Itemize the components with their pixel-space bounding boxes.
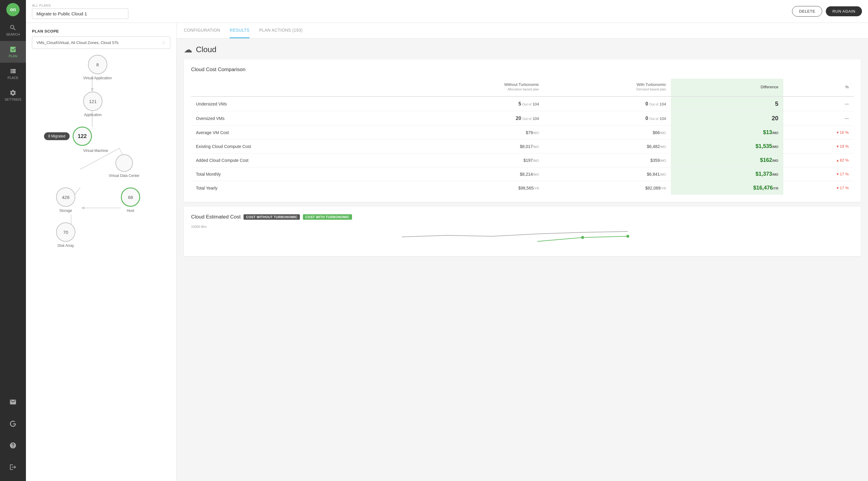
row-without: 5 Out of 104	[400, 96, 544, 111]
disk-array-circle: 70	[56, 222, 75, 242]
tabs: CONFIGURATION RESULTS PLAN ACTIONS (193)	[177, 23, 868, 39]
estimated-cost-title: Cloud Estimated Cost	[191, 214, 241, 220]
cloud-title: Cloud	[196, 45, 216, 54]
right-panel: CONFIGURATION RESULTS PLAN ACTIONS (193)…	[177, 23, 868, 481]
all-plans-label: ALL PLANS	[32, 4, 128, 7]
cost-comparison-title: Cloud Cost Comparison	[191, 67, 854, 73]
row-label: Total Monthly	[191, 167, 400, 181]
tab-configuration[interactable]: CONFIGURATION	[184, 23, 220, 38]
panel-content: ☁ Cloud Cloud Cost Comparison Without Tu…	[177, 39, 868, 267]
vdc-label: Virtual Data Center	[109, 173, 140, 178]
sidebar-item-mail[interactable]	[0, 391, 26, 413]
cost-chart	[191, 225, 854, 249]
row-label: Existing Cloud Compute Cost	[191, 139, 400, 153]
logo-icon: on	[6, 3, 20, 16]
col-header-pct: %	[783, 79, 854, 96]
table-row: Total Yearly$98,565/YR$82,089/YR$16,476/…	[191, 181, 854, 195]
node-vdc: Virtual Data Center	[109, 154, 140, 178]
cost-comparison-card: Cloud Cost Comparison Without Turbonomic…	[184, 59, 861, 202]
row-diff: $1,373/MO	[671, 167, 783, 181]
chart-y-label: 10000 $/m	[191, 225, 207, 228]
comparison-table: Without Turbonomic Allocation based plan…	[191, 79, 854, 195]
row-diff: 20	[671, 111, 783, 126]
vdc-circle	[116, 154, 133, 172]
delete-button[interactable]: DELETE	[792, 6, 822, 17]
cloud-header: ☁ Cloud	[184, 44, 861, 55]
favorite-icon[interactable]: ☆	[161, 40, 166, 45]
badge-without-turbonomic: COST WITHOUT TURBONOMIC	[244, 214, 300, 220]
table-row: Total Monthly$8,214/MO$6,841/MO$1,373/MO…	[191, 167, 854, 181]
row-diff: 5	[671, 96, 783, 111]
host-circle: 68	[121, 188, 140, 207]
col-header-diff: Difference	[671, 79, 783, 96]
row-label: Oversized VMs	[191, 111, 400, 126]
row-without: $98,565/YR	[400, 181, 544, 195]
logo: on	[0, 0, 26, 19]
col-header-without: Without Turbonomic Allocation based plan	[400, 79, 544, 96]
storage-circle: 428	[56, 188, 75, 207]
content-area: PLAN SCOPE VMs_Cloud\Virtual, All Cloud …	[26, 23, 868, 481]
application-circle: 121	[83, 92, 102, 111]
node-storage: 428 Storage	[56, 188, 75, 213]
chart-placeholder: 10000 $/m	[191, 225, 854, 249]
sidebar-item-settings[interactable]: SETTINGS	[0, 85, 26, 106]
row-pct: ▴ 82 %	[783, 153, 854, 167]
row-pct: ▾ 17 %	[783, 181, 854, 195]
row-pct: —	[783, 111, 854, 126]
tab-plan-actions[interactable]: PLAN ACTIONS (193)	[259, 23, 303, 38]
table-row: Average VM Cost$79/MO$66/MO$13/MO▾ 16 %	[191, 126, 854, 139]
row-with: 0 Out of 104	[544, 96, 671, 111]
sidebar-item-logout[interactable]	[0, 456, 26, 478]
sidebar-item-search[interactable]: SEARCH	[0, 19, 26, 41]
plan-scope-label: PLAN SCOPE	[32, 29, 170, 33]
main-content: ALL PLANS DELETE RUN AGAIN PLAN SCOPE VM…	[26, 0, 868, 481]
node-disk-array: 70 Disk Array	[56, 222, 75, 248]
sidebar-item-google[interactable]	[0, 413, 26, 435]
sidebar-item-help[interactable]	[0, 435, 26, 456]
table-row: Oversized VMs20 Out of 1040 Out of 10420…	[191, 111, 854, 126]
node-host: 68 Host	[121, 188, 140, 213]
sidebar-item-plan[interactable]: PLAN	[0, 41, 26, 63]
plan-icon	[9, 46, 17, 53]
vm-row: 8 Migrated 122	[44, 127, 92, 146]
scope-input[interactable]: VMs_Cloud\Virtual, All Cloud Zones, Clou…	[32, 36, 170, 49]
virtual-application-circle: 8	[88, 55, 107, 74]
row-with: $6,841/MO	[544, 167, 671, 181]
header-left: ALL PLANS	[32, 4, 128, 19]
tab-results[interactable]: RESULTS	[230, 23, 250, 38]
host-label: Host	[127, 209, 134, 213]
row-with: $82,089/YR	[544, 181, 671, 195]
col-header-with: With Turbonomic Demand based plan	[544, 79, 671, 96]
vm-label: Virtual Machine	[83, 148, 108, 153]
row-without: $79/MO	[400, 126, 544, 139]
sidebar-item-place[interactable]: PLACE	[0, 63, 26, 85]
sidebar-item-plan-label: PLAN	[9, 54, 18, 58]
graph-container: 8 Virtual Application 121 Application 8 …	[32, 55, 170, 230]
google-icon	[9, 420, 17, 427]
row-with: $359/MO	[544, 153, 671, 167]
row-label: Average VM Cost	[191, 126, 400, 139]
application-label: Application	[84, 113, 102, 117]
table-row: Undersized VMs5 Out of 1040 Out of 1045—	[191, 96, 854, 111]
row-diff: $162/MO	[671, 153, 783, 167]
logout-icon	[9, 463, 17, 471]
row-with: $6,482/MO	[544, 139, 671, 153]
row-diff: $13/MO	[671, 126, 783, 139]
row-label: Undersized VMs	[191, 96, 400, 111]
scope-value: VMs_Cloud\Virtual, All Cloud Zones, Clou…	[36, 40, 119, 45]
svg-point-10	[581, 236, 584, 239]
row-diff: $1,535/MO	[671, 139, 783, 153]
svg-point-11	[626, 235, 629, 238]
plan-name-input[interactable]	[32, 8, 128, 19]
row-label: Added Cloud Compute Cost	[191, 153, 400, 167]
vm-count-circle: 122	[73, 127, 92, 146]
place-icon	[9, 67, 17, 75]
sidebar-item-search-label: SEARCH	[6, 33, 20, 36]
sidebar-item-settings-label: SETTINGS	[4, 98, 21, 101]
row-with: $66/MO	[544, 126, 671, 139]
vm-migrated-pill: 8 Migrated	[44, 132, 70, 140]
row-with: 0 Out of 104	[544, 111, 671, 126]
badge-with-turbonomic: COST WITH TURBONOMIC	[303, 214, 352, 220]
cloud-icon: ☁	[184, 44, 192, 55]
run-again-button[interactable]: RUN AGAIN	[826, 6, 862, 16]
